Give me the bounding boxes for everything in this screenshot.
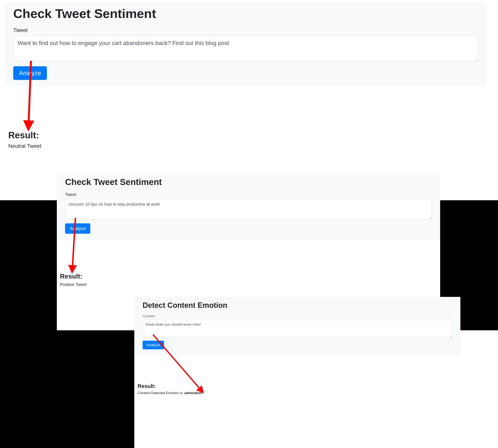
analyze-button[interactable]: Analyze	[13, 66, 47, 80]
content-input[interactable]	[143, 320, 452, 337]
analyze-button[interactable]: Analyze	[65, 223, 90, 234]
result-text: Content Detected Emotion is: admiration	[138, 391, 202, 395]
black-decoration-left	[0, 200, 57, 330]
tweet-label: Tweet	[65, 192, 432, 197]
tweet-input[interactable]	[13, 35, 478, 61]
result-block-1: Result: Neutral Tweet	[8, 130, 41, 149]
result-text: Positive Tweet	[60, 282, 86, 287]
panel-title: Check Tweet Sentiment	[65, 177, 432, 187]
result-block-3: Result: Content Detected Emotion is: adm…	[138, 383, 202, 395]
result-text-prefix: Content Detected Emotion is:	[138, 391, 184, 395]
sentiment-panel-2: Check Tweet Sentiment Tweet Analyze	[57, 173, 440, 240]
result-heading: Result:	[8, 130, 41, 140]
result-heading: Result:	[138, 383, 202, 389]
content-label: Content	[143, 314, 452, 318]
panel-title: Check Tweet Sentiment	[13, 6, 478, 21]
result-emotion: admiration	[184, 391, 202, 395]
black-decoration-bottom	[0, 330, 134, 448]
emotion-panel: Detect Content Emotion Content Analyze	[134, 297, 460, 355]
result-block-2: Result: Positive Tweet	[60, 272, 86, 287]
sentiment-panel-1: Check Tweet Sentiment Tweet Analyze	[5, 2, 486, 86]
panel-title: Detect Content Emotion	[143, 301, 452, 310]
tweet-input[interactable]	[65, 199, 432, 219]
result-text: Neutral Tweet	[8, 143, 41, 149]
analyze-button[interactable]: Analyze	[143, 341, 164, 349]
result-heading: Result:	[60, 272, 86, 280]
tweet-label: Tweet	[13, 27, 478, 33]
